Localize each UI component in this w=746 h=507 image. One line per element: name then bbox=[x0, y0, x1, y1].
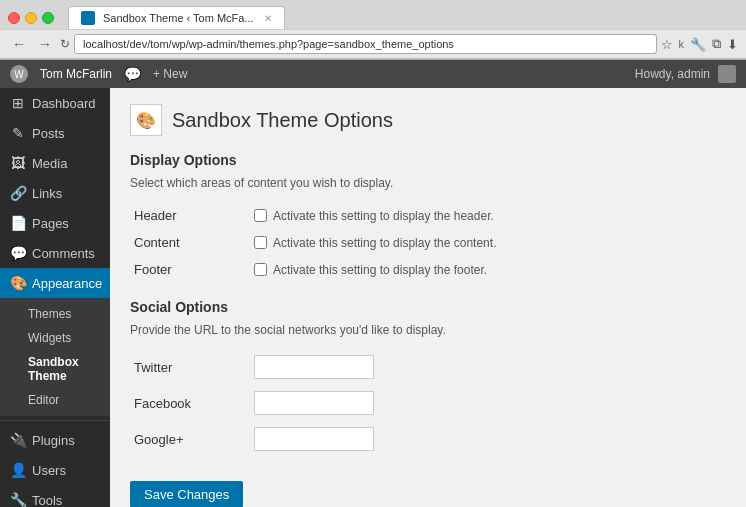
sidebar-label-links: Links bbox=[32, 186, 62, 201]
plugins-icon: 🔌 bbox=[10, 432, 26, 448]
twitter-label: Twitter bbox=[134, 360, 172, 375]
maximize-dot[interactable] bbox=[42, 12, 54, 24]
sidebar-item-media[interactable]: 🖼 Media bbox=[0, 148, 110, 178]
table-row: Facebook bbox=[130, 385, 726, 421]
header-checkbox-desc: Activate this setting to display the hea… bbox=[273, 209, 494, 223]
sidebar-label-tools: Tools bbox=[32, 493, 62, 508]
pages-icon: 📄 bbox=[10, 215, 26, 231]
appearance-icon: 🎨 bbox=[10, 275, 26, 291]
save-changes-button[interactable]: Save Changes bbox=[130, 481, 243, 507]
sidebar-item-dashboard[interactable]: ⊞ Dashboard bbox=[0, 88, 110, 118]
sidebar-item-tools[interactable]: 🔧 Tools bbox=[0, 485, 110, 507]
adminbar-site-name[interactable]: Tom McFarlin bbox=[40, 67, 112, 81]
sidebar-item-pages[interactable]: 📄 Pages bbox=[0, 208, 110, 238]
footer-checkbox[interactable] bbox=[254, 263, 267, 276]
sidebar-divider-1 bbox=[0, 420, 110, 421]
googleplus-label: Google+ bbox=[134, 432, 184, 447]
adminbar-new-button[interactable]: + New bbox=[153, 67, 187, 81]
tools-icon[interactable]: 🔧 bbox=[690, 37, 706, 52]
refresh-button[interactable]: ↻ bbox=[60, 37, 70, 51]
posts-icon: ✎ bbox=[10, 125, 26, 141]
display-options-heading: Display Options bbox=[130, 152, 726, 168]
sidebar-item-comments[interactable]: 💬 Comments bbox=[0, 238, 110, 268]
sidebar-label-users: Users bbox=[32, 463, 66, 478]
footer-option-label: Footer bbox=[134, 262, 172, 277]
browser-tab[interactable]: Sandbox Theme ‹ Tom McFa... ✕ bbox=[68, 6, 285, 29]
wp-logo[interactable]: W bbox=[10, 65, 28, 83]
tab-favicon bbox=[81, 11, 95, 25]
appearance-submenu: Themes Widgets Sandbox Theme Editor bbox=[0, 298, 110, 416]
comments-icon: 💬 bbox=[10, 245, 26, 261]
sidebar-label-media: Media bbox=[32, 156, 67, 171]
url-bar[interactable] bbox=[74, 34, 657, 54]
sidebar-subitem-widgets[interactable]: Widgets bbox=[0, 326, 110, 350]
page-title-area: 🎨 Sandbox Theme Options bbox=[130, 104, 726, 136]
forward-button[interactable]: → bbox=[34, 34, 56, 54]
page-title: Sandbox Theme Options bbox=[172, 109, 393, 132]
content-checkbox[interactable] bbox=[254, 236, 267, 249]
dashboard-icon: ⊞ bbox=[10, 95, 26, 111]
sidebar-item-posts[interactable]: ✎ Posts bbox=[0, 118, 110, 148]
facebook-label: Facebook bbox=[134, 396, 191, 411]
display-options-table: Header Activate this setting to display … bbox=[130, 202, 726, 283]
footer-checkbox-label: Activate this setting to display the foo… bbox=[254, 263, 722, 277]
header-checkbox-label: Activate this setting to display the hea… bbox=[254, 209, 722, 223]
tools-sidebar-icon: 🔧 bbox=[10, 492, 26, 507]
close-dot[interactable] bbox=[8, 12, 20, 24]
table-row: Google+ bbox=[130, 421, 726, 457]
adminbar-avatar bbox=[718, 65, 736, 83]
social-options-desc: Provide the URL to the social networks y… bbox=[130, 323, 726, 337]
sidebar-label-appearance: Appearance bbox=[32, 276, 102, 291]
sidebar-subitem-editor[interactable]: Editor bbox=[0, 388, 110, 412]
table-row: Header Activate this setting to display … bbox=[130, 202, 726, 229]
display-options-section: Display Options Select which areas of co… bbox=[130, 152, 726, 283]
links-icon: 🔗 bbox=[10, 185, 26, 201]
footer-checkbox-desc: Activate this setting to display the foo… bbox=[273, 263, 487, 277]
back-button[interactable]: ← bbox=[8, 34, 30, 54]
sidebar-subitem-sandbox-theme[interactable]: Sandbox Theme bbox=[0, 350, 110, 388]
users-icon: 👤 bbox=[10, 462, 26, 478]
adminbar-comment-icon[interactable]: 💬 bbox=[124, 66, 141, 82]
twitter-input[interactable] bbox=[254, 355, 374, 379]
bookmark-icon[interactable]: ☆ bbox=[661, 37, 673, 52]
facebook-input[interactable] bbox=[254, 391, 374, 415]
sidebar-item-links[interactable]: 🔗 Links bbox=[0, 178, 110, 208]
content-option-label: Content bbox=[134, 235, 180, 250]
sidebar-item-plugins[interactable]: 🔌 Plugins bbox=[0, 425, 110, 455]
tab-close-icon[interactable]: ✕ bbox=[264, 13, 272, 24]
content-checkbox-desc: Activate this setting to display the con… bbox=[273, 236, 496, 250]
table-row: Footer Activate this setting to display … bbox=[130, 256, 726, 283]
googleplus-input[interactable] bbox=[254, 427, 374, 451]
social-options-table: Twitter Facebook Google+ bbox=[130, 349, 726, 457]
header-option-label: Header bbox=[134, 208, 177, 223]
header-checkbox[interactable] bbox=[254, 209, 267, 222]
sidebar-subitem-themes[interactable]: Themes bbox=[0, 302, 110, 326]
table-row: Twitter bbox=[130, 349, 726, 385]
social-options-section: Social Options Provide the URL to the so… bbox=[130, 299, 726, 457]
content-checkbox-label: Activate this setting to display the con… bbox=[254, 236, 722, 250]
sidebar-label-posts: Posts bbox=[32, 126, 65, 141]
admin-bar: W Tom McFarlin 💬 + New Howdy, admin bbox=[0, 60, 746, 88]
sidebar: ⊞ Dashboard ✎ Posts 🖼 Media 🔗 Links 📄 Pa… bbox=[0, 88, 110, 507]
sidebar-label-plugins: Plugins bbox=[32, 433, 75, 448]
main-content: 🎨 Sandbox Theme Options Display Options … bbox=[110, 88, 746, 507]
keychains-icon: k bbox=[679, 38, 685, 50]
sidebar-label-comments: Comments bbox=[32, 246, 95, 261]
adminbar-howdy: Howdy, admin bbox=[635, 67, 710, 81]
social-options-heading: Social Options bbox=[130, 299, 726, 315]
layers-icon[interactable]: ⧉ bbox=[712, 36, 721, 52]
sidebar-item-appearance[interactable]: 🎨 Appearance bbox=[0, 268, 110, 298]
tab-title: Sandbox Theme ‹ Tom McFa... bbox=[103, 12, 254, 24]
page-icon: 🎨 bbox=[130, 104, 162, 136]
display-options-desc: Select which areas of content you wish t… bbox=[130, 176, 726, 190]
download-icon[interactable]: ⬇ bbox=[727, 37, 738, 52]
sidebar-label-pages: Pages bbox=[32, 216, 69, 231]
sidebar-label-dashboard: Dashboard bbox=[32, 96, 96, 111]
table-row: Content Activate this setting to display… bbox=[130, 229, 726, 256]
media-icon: 🖼 bbox=[10, 155, 26, 171]
sidebar-item-users[interactable]: 👤 Users bbox=[0, 455, 110, 485]
minimize-dot[interactable] bbox=[25, 12, 37, 24]
